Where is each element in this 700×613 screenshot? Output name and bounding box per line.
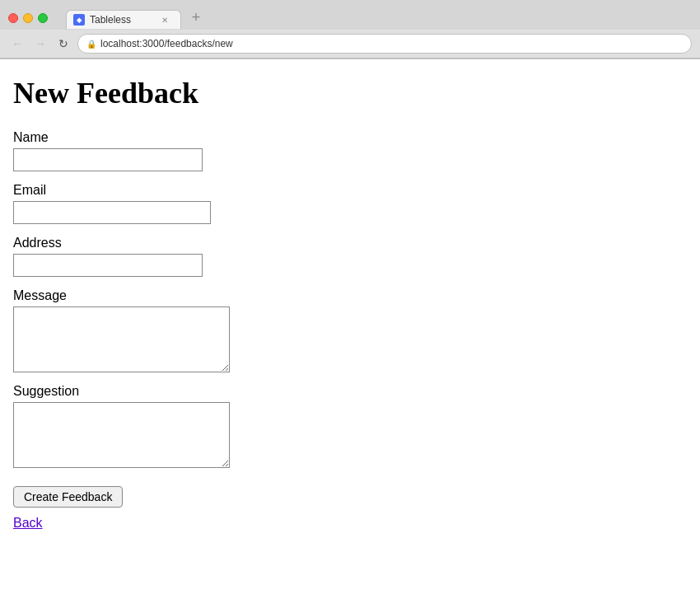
lock-icon: 🔒 [86,40,96,49]
address-input[interactable] [13,254,203,277]
suggestion-field-group: Suggestion [13,384,687,468]
message-field-group: Message [13,288,687,372]
suggestion-label: Suggestion [13,384,687,399]
back-nav-button[interactable]: ← [8,35,26,53]
suggestion-textarea[interactable] [13,402,230,468]
name-field-group: Name [13,130,687,171]
reload-button[interactable]: ↻ [54,35,72,53]
email-field-group: Email [13,183,687,224]
page-content: New Feedback Name Email Address Message … [0,59,700,613]
create-feedback-button[interactable]: Create Feedback [13,486,123,508]
traffic-lights [8,13,48,23]
maximize-button[interactable] [38,13,48,23]
title-bar: ◆ Tableless ✕ + [0,0,700,30]
tab-close-button[interactable]: ✕ [159,14,170,26]
feedback-form: Name Email Address Message Suggestion Cr… [13,130,687,508]
active-tab[interactable]: ◆ Tableless ✕ [66,10,181,29]
forward-nav-button[interactable]: → [31,35,49,53]
new-tab-button[interactable]: + [184,7,208,27]
back-link[interactable]: Back [13,516,687,531]
browser-chrome: ◆ Tableless ✕ + ← → ↻ 🔒 localhost:3000/f… [0,0,700,59]
address-field-group: Address [13,236,687,277]
name-label: Name [13,130,687,145]
minimize-button[interactable] [23,13,33,23]
email-label: Email [13,183,687,198]
message-textarea[interactable] [13,306,230,372]
tab-bar: ◆ Tableless ✕ + [66,7,208,29]
email-input[interactable] [13,201,211,224]
message-label: Message [13,288,687,303]
tab-title: Tableless [90,14,131,26]
url-display: localhost:3000/feedbacks/new [100,38,233,49]
address-bar-row: ← → ↻ 🔒 localhost:3000/feedbacks/new [0,30,700,58]
address-bar[interactable]: 🔒 localhost:3000/feedbacks/new [77,34,692,54]
address-label: Address [13,236,687,250]
name-input[interactable] [13,148,203,171]
page-title: New Feedback [13,76,687,110]
tab-favicon: ◆ [73,14,85,26]
close-button[interactable] [8,13,18,23]
